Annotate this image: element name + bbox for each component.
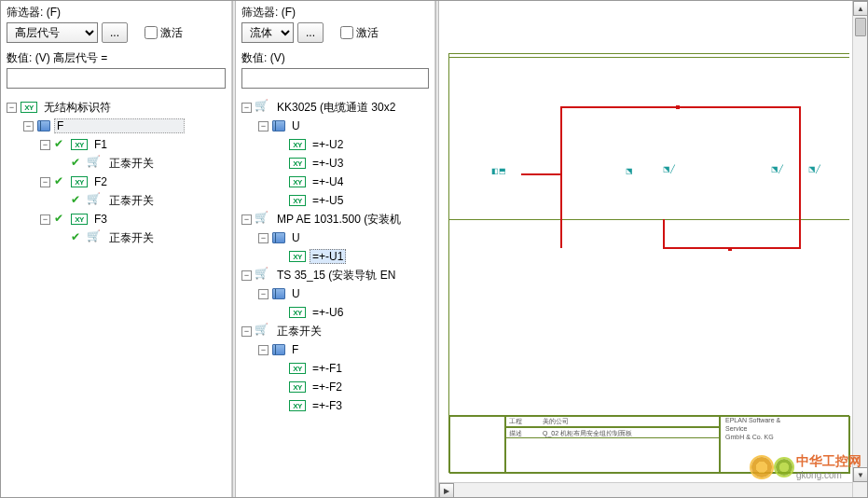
tree-node[interactable]: XY=+-F1 — [241, 359, 429, 378]
expand-toggle[interactable]: − — [40, 140, 50, 150]
tree-node[interactable]: XY=+-U3 — [241, 154, 429, 173]
expand-toggle[interactable]: − — [241, 326, 252, 337]
activate-input[interactable] — [145, 26, 158, 39]
frame-top2 — [448, 57, 849, 58]
tree-node[interactable]: −U — [241, 117, 429, 135]
device-symbol-5: ⬔╱ — [808, 165, 820, 173]
activate-checkbox[interactable]: 激活 — [145, 25, 183, 41]
frame-top — [448, 53, 849, 54]
scroll-right[interactable]: ▶ — [439, 483, 454, 497]
expand-toggle[interactable]: − — [241, 270, 252, 281]
expand-toggle[interactable]: − — [241, 214, 252, 225]
frame-left — [448, 53, 449, 473]
tree-node[interactable]: XY=+-U5 — [241, 191, 429, 210]
expand-toggle[interactable]: − — [23, 121, 34, 131]
tree-node[interactable]: −XYF3 — [7, 210, 226, 228]
expand-toggle[interactable]: − — [241, 103, 252, 113]
filter-label: 筛选器: (F) — [7, 5, 226, 21]
activate-input-mid[interactable] — [340, 26, 353, 39]
expand-toggle[interactable]: − — [7, 103, 17, 113]
value-input-mid[interactable] — [241, 68, 429, 89]
mid-panel: 筛选器: (F) 流体 ... 激活 数值: (V) −KK3025 (电缆通道… — [236, 1, 435, 497]
ellipsis-button[interactable]: ... — [102, 22, 128, 43]
tree-node[interactable]: XY=+-U4 — [241, 173, 429, 191]
device-symbol-2: ⬔ — [626, 167, 633, 175]
device-symbol-4: ⬔╱ — [771, 165, 783, 173]
expand-toggle[interactable]: − — [40, 214, 50, 225]
scrollbar-horizontal[interactable]: ◀ ▶ — [439, 482, 852, 497]
tree-node[interactable]: 正泰开关 — [7, 228, 226, 247]
tree-node[interactable]: XY=+-U6 — [241, 303, 429, 322]
tree-node[interactable]: −正泰开关 — [241, 322, 429, 340]
tree-node[interactable]: −U — [241, 284, 429, 303]
app-root: 筛选器: (F) 高层代号 ... 激活 数值: (V) 高层代号 = −XY无… — [0, 0, 868, 498]
tree-node[interactable]: −KK3025 (电缆通道 30x2 — [241, 98, 429, 117]
tree-node[interactable]: XY=+-U1 — [241, 247, 429, 266]
device-symbol-3: ⬔╱ — [663, 165, 675, 173]
scroll-up[interactable]: ▲ — [853, 1, 867, 16]
tree-node[interactable]: −XYF2 — [7, 173, 226, 191]
tree-node[interactable]: −XY无结构标识符 — [7, 98, 226, 117]
tree-node[interactable]: XY=+-U2 — [241, 135, 429, 154]
filter-combo-mid[interactable]: 流体 — [241, 22, 294, 43]
tree-node[interactable]: 正泰开关 — [7, 154, 226, 173]
value-input[interactable] — [7, 68, 226, 89]
tree-node[interactable]: −U — [241, 228, 429, 247]
tree-node[interactable]: XY=+-F2 — [241, 378, 429, 396]
filter-combo[interactable]: 高层代号 — [7, 22, 98, 43]
expand-toggle[interactable]: − — [258, 121, 269, 131]
tree-node[interactable]: −XYF1 — [7, 135, 226, 154]
tree-node[interactable]: −MP AE 1031.500 (安装机 — [241, 210, 429, 228]
tree-left[interactable]: −XY无结构标识符−F−XYF1正泰开关−XYF2正泰开关−XYF3正泰开关 — [7, 94, 226, 493]
gear-icon-2 — [776, 459, 792, 476]
red-arrow-top — [676, 105, 680, 109]
tree-node[interactable]: 正泰开关 — [7, 191, 226, 210]
tree-node[interactable]: −F — [7, 117, 226, 135]
expand-toggle[interactable]: − — [40, 177, 50, 187]
tree-node[interactable]: XY=+-F3 — [241, 396, 429, 415]
tree-node[interactable]: −F — [241, 340, 429, 359]
expand-toggle[interactable]: − — [258, 233, 269, 243]
tree-node[interactable]: −TS 35_15 (安装导轨 EN — [241, 266, 429, 284]
tree-mid[interactable]: −KK3025 (电缆通道 30x2−UXY=+-U2XY=+-U3XY=+-U… — [241, 94, 429, 493]
watermark: 中华工控网 gkong.com — [751, 453, 861, 480]
red-box-bottom — [663, 219, 801, 249]
red-arrow-bottom — [728, 247, 732, 251]
filter-label-mid: 筛选器: (F) — [241, 5, 429, 21]
red-line-left — [521, 173, 560, 175]
scroll-thumb-v[interactable] — [855, 18, 866, 36]
drawing-area[interactable]: ◧⬒ ⬔ ⬔╱ ⬔╱ ⬔╱ 工程 美的公司 描述 Q_02 机柜布局安全组控制面… — [439, 1, 867, 497]
activate-checkbox-mid[interactable]: 激活 — [340, 25, 379, 41]
value-label: 数值: (V) 高层代号 = — [7, 50, 226, 66]
scrollbar-vertical[interactable]: ▲ ▼ — [852, 1, 867, 497]
expand-toggle[interactable]: − — [258, 345, 269, 355]
gear-icon — [751, 457, 772, 477]
expand-toggle[interactable]: − — [258, 289, 269, 299]
ellipsis-button-mid[interactable]: ... — [297, 22, 324, 43]
device-symbol-1: ◧⬒ — [491, 167, 506, 175]
value-label-mid: 数值: (V) — [241, 50, 429, 66]
left-panel: 筛选器: (F) 高层代号 ... 激活 数值: (V) 高层代号 = −XY无… — [1, 1, 232, 497]
